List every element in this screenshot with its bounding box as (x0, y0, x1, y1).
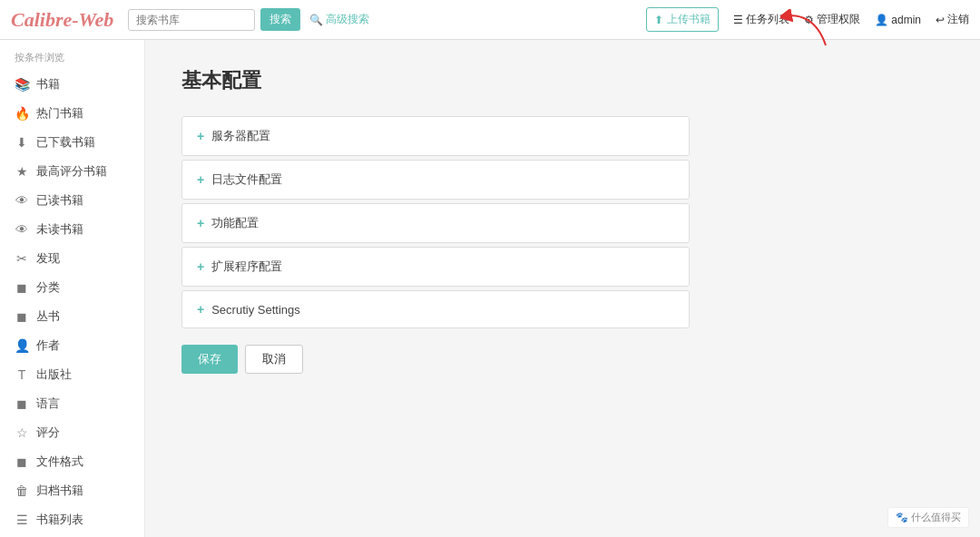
logout-link[interactable]: ↩ 注销 (936, 12, 969, 27)
archive-icon: 🗑 (15, 483, 29, 498)
search-button[interactable]: 搜索 (260, 8, 300, 31)
tasks-icon: ☰ (733, 14, 743, 26)
sidebar-item-archive[interactable]: 🗑 归档书籍 (0, 476, 144, 505)
series-icon: ◼ (15, 309, 29, 324)
sidebar-item-top-rated[interactable]: ★ 最高评分书籍 (0, 157, 144, 186)
nav-actions: ⬆ 上传书籍 ☰ 任务列表 ⚙ 管理权限 👤 admin ↩ 注销 (646, 7, 969, 32)
plus-icon-security: + (197, 302, 204, 317)
discover-icon: ✂ (15, 251, 29, 266)
eye-slash-icon: 👁 (15, 222, 29, 237)
config-sections: + 服务器配置 + 日志文件配置 + 功能配置 + 扩展程序配置 (181, 116, 690, 328)
download-icon: ⬇ (15, 135, 29, 150)
logo[interactable]: Calibre-Web (11, 8, 113, 32)
tasks-link[interactable]: ☰ 任务列表 (733, 12, 789, 27)
sidebar-item-books[interactable]: 📚 书籍 (0, 70, 144, 99)
config-section-feature-header[interactable]: + 功能配置 (182, 204, 689, 242)
advanced-search-link[interactable]: 🔍 高级搜索 (309, 12, 369, 27)
sidebar-item-publisher[interactable]: T 出版社 (0, 360, 144, 389)
action-buttons: 保存 取消 (181, 345, 944, 374)
format-icon: ◼ (15, 454, 29, 469)
sidebar-item-read[interactable]: 👁 已读书籍 (0, 186, 144, 215)
filter-label: 按条件浏览 (0, 40, 144, 70)
sidebar-item-unread[interactable]: 👁 未读书籍 (0, 215, 144, 244)
save-button[interactable]: 保存 (181, 345, 238, 374)
fire-icon: 🔥 (15, 106, 29, 121)
sidebar: 按条件浏览 📚 书籍 🔥 热门书籍 ⬇ 已下载书籍 ★ 最高评分书籍 👁 已读书… (0, 40, 145, 537)
search-icon: 🔍 (309, 14, 323, 26)
config-section-extension: + 扩展程序配置 (181, 247, 690, 287)
config-section-security: + Secrutiy Settings (181, 290, 690, 328)
plus-icon-server: + (197, 129, 204, 143)
sidebar-item-list[interactable]: ☰ 书籍列表 (0, 505, 144, 534)
cancel-button[interactable]: 取消 (245, 345, 303, 374)
config-section-security-header[interactable]: + Secrutiy Settings (182, 291, 689, 327)
watermark: 🐾 什么值得买 (887, 507, 969, 528)
star-filled-icon: ★ (15, 164, 29, 179)
sidebar-item-language[interactable]: ◼ 语言 (0, 389, 144, 418)
sidebar-item-downloaded[interactable]: ⬇ 已下载书籍 (0, 128, 144, 157)
language-icon: ◼ (15, 396, 29, 411)
upload-book-button[interactable]: ⬆ 上传书籍 (646, 7, 719, 32)
sidebar-item-popular[interactable]: 🔥 热门书籍 (0, 99, 144, 128)
search-bar: 搜索 🔍 高级搜索 (128, 8, 369, 31)
book-icon: 📚 (15, 77, 29, 92)
list-icon: ☰ (15, 513, 29, 527)
search-input[interactable] (128, 9, 255, 31)
category-icon: ◼ (15, 280, 29, 295)
gear-icon: ⚙ (804, 14, 814, 26)
upload-icon: ⬆ (654, 14, 663, 26)
plus-icon-extension: + (197, 259, 204, 274)
plus-icon-log: + (197, 172, 204, 187)
sidebar-item-category[interactable]: ◼ 分类 (0, 273, 144, 302)
plus-icon-feature: + (197, 216, 204, 230)
top-nav: Calibre-Web 搜索 🔍 高级搜索 ⬆ 上传书籍 ☰ 任务列表 ⚙ 管理… (0, 0, 980, 40)
admin-link[interactable]: 👤 admin (875, 14, 921, 26)
config-section-feature: + 功能配置 (181, 203, 690, 243)
config-section-extension-header[interactable]: + 扩展程序配置 (182, 248, 689, 286)
author-icon: 👤 (15, 338, 29, 353)
sidebar-item-discover[interactable]: ✂ 发现 (0, 244, 144, 273)
config-section-server: + 服务器配置 (181, 116, 690, 156)
sidebar-item-series[interactable]: ◼ 丛书 (0, 302, 144, 331)
watermark-icon: 🐾 (896, 512, 908, 522)
config-section-server-header[interactable]: + 服务器配置 (182, 117, 689, 155)
publisher-icon: T (15, 367, 29, 382)
user-icon: 👤 (875, 14, 888, 26)
eye-icon: 👁 (15, 193, 29, 208)
logout-icon: ↩ (936, 14, 945, 26)
sidebar-item-format[interactable]: ◼ 文件格式 (0, 447, 144, 476)
sidebar-item-rating[interactable]: ☆ 评分 (0, 418, 144, 447)
rating-icon: ☆ (15, 425, 29, 440)
main-content: 基本配置 + 服务器配置 + 日志文件配置 + 功能配置 (145, 40, 980, 537)
config-section-log: + 日志文件配置 (181, 160, 690, 200)
page-title: 基本配置 (181, 67, 944, 94)
manage-link[interactable]: ⚙ 管理权限 (804, 12, 860, 27)
config-section-log-header[interactable]: + 日志文件配置 (182, 161, 689, 199)
sidebar-item-author[interactable]: 👤 作者 (0, 331, 144, 360)
app-body: 按条件浏览 📚 书籍 🔥 热门书籍 ⬇ 已下载书籍 ★ 最高评分书籍 👁 已读书… (0, 40, 980, 537)
